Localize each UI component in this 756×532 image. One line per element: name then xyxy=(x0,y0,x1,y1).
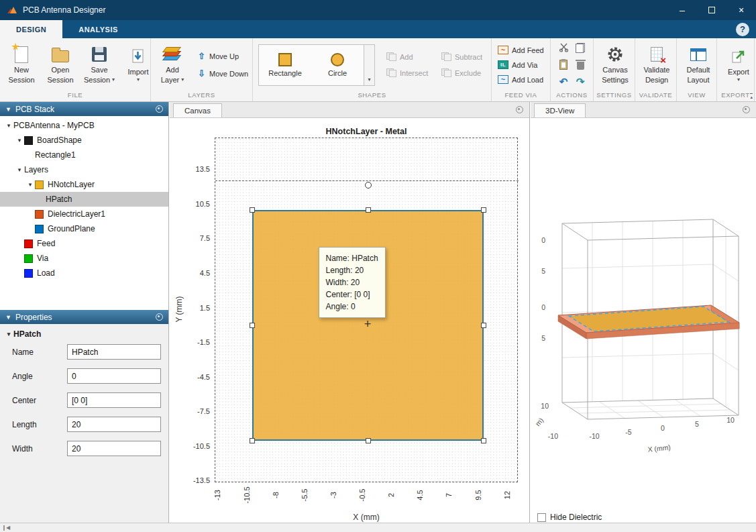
group-expander-icon[interactable]: ▾ xyxy=(4,331,13,337)
selection-handle[interactable] xyxy=(250,323,255,328)
document-pin-icon[interactable] xyxy=(743,106,750,113)
tree-item-label: PCBAntenna - MyPCB xyxy=(13,121,95,130)
property-row-center: Center xyxy=(0,392,168,408)
property-input-length[interactable] xyxy=(67,417,161,432)
selection-handle[interactable] xyxy=(481,323,486,328)
property-input-name[interactable] xyxy=(67,344,161,360)
chevron-down-icon: ▾ xyxy=(368,77,370,83)
tree-item-via[interactable]: Via xyxy=(0,251,168,266)
tree-item-hpatch[interactable]: HPatch xyxy=(0,192,168,207)
cut-button[interactable] xyxy=(559,42,569,54)
ribbon-section-shapes: Rectangle Circle ▾ Add xyxy=(253,38,492,101)
open-session-label-2: Session xyxy=(47,76,73,85)
tree-expander-icon[interactable]: ▾ xyxy=(4,122,13,129)
document-pin-icon[interactable] xyxy=(516,106,523,113)
tree-expander-icon[interactable]: ▾ xyxy=(25,181,35,188)
property-group-row[interactable]: ▾ HPatch xyxy=(0,324,168,344)
selection-handle[interactable] xyxy=(250,438,255,443)
feed-marker[interactable] xyxy=(365,182,372,189)
selection-handle[interactable] xyxy=(366,438,371,443)
load-wave-icon: ~ xyxy=(498,75,508,84)
y-tick-label: 4.5 xyxy=(186,269,210,277)
close-button[interactable]: × xyxy=(726,0,756,20)
boolean-subtract-button[interactable]: Subtract xyxy=(439,52,494,62)
tree-expander-icon[interactable]: ▾ xyxy=(15,166,24,173)
save-session-button[interactable]: Save Session▾ xyxy=(82,44,117,85)
tree-item-dielectriclayer1[interactable]: DielectricLayer1 xyxy=(0,207,168,221)
paste-button[interactable] xyxy=(559,60,568,70)
panel-pin-icon[interactable] xyxy=(156,105,163,113)
tab-canvas[interactable]: Canvas xyxy=(173,103,222,117)
default-layout-button[interactable]: Default Layout xyxy=(681,44,716,85)
rectangle-label: Rectangle xyxy=(268,69,302,77)
pcb-stack-header[interactable]: ▼ PCB Stack xyxy=(0,102,168,116)
property-input-angle[interactable] xyxy=(67,368,161,384)
properties-header[interactable]: ▼ Properties xyxy=(0,310,168,324)
new-session-button[interactable]: New Session xyxy=(4,44,39,85)
canvas-plot-area: HNotchLayer - Metal X (mm) Y (mm) -13-10… xyxy=(170,118,529,523)
validate-design-button[interactable]: Validate Design xyxy=(639,44,674,85)
export-button[interactable]: Export ▾ xyxy=(721,46,756,84)
tree-item-boardshape[interactable]: ▾BoardShape xyxy=(0,133,168,148)
open-session-button[interactable]: Open Session xyxy=(43,44,78,85)
panel-pin-icon[interactable] xyxy=(156,313,163,321)
ribbon-section-view: Default Layout VIEW xyxy=(677,38,717,101)
move-up-button[interactable]: ⇧ Move Up xyxy=(195,50,241,62)
add-layer-button[interactable]: Add Layer▾ xyxy=(155,44,190,85)
x-tick-label: -10.5 xyxy=(243,485,251,505)
selection-handle[interactable] xyxy=(481,207,486,213)
tree-item-groundplane[interactable]: GroundPlane xyxy=(0,221,168,236)
tree-expander-icon[interactable]: ▾ xyxy=(15,137,24,144)
circle-shape-button[interactable]: Circle xyxy=(311,45,364,85)
shapes-gallery-dropdown[interactable]: ▾ xyxy=(364,45,374,85)
collapse-ribbon-icon[interactable]: ▴ xyxy=(750,93,753,99)
add-via-button[interactable]: IL Add Via xyxy=(496,60,539,70)
tab-3d-view[interactable]: 3D-View xyxy=(534,103,586,117)
tree-item-hnotchlayer[interactable]: ▾HNotchLayer xyxy=(0,177,168,192)
add-feed-button[interactable]: ~ Add Feed xyxy=(496,45,546,55)
y-tick-label: 7.5 xyxy=(186,234,210,242)
tab-analysis[interactable]: ANALYSIS xyxy=(62,20,134,38)
boolean-exclude-button[interactable]: Exclude xyxy=(439,68,494,78)
add-via-label: Add Via xyxy=(512,61,537,69)
import-icon xyxy=(130,47,146,66)
boolean-subtract-icon xyxy=(441,52,451,61)
property-input-center[interactable] xyxy=(67,392,161,408)
selection-handle[interactable] xyxy=(366,207,371,213)
board-outline-dashed-line xyxy=(215,180,519,181)
add-load-button[interactable]: ~ Add Load xyxy=(496,74,545,85)
tree-item-load[interactable]: Load xyxy=(0,266,168,280)
import-label: Import xyxy=(127,68,148,76)
section-label-export: EXPORT xyxy=(717,91,754,101)
tree-item-feed[interactable]: Feed xyxy=(0,236,168,251)
property-label-width: Width xyxy=(12,444,67,454)
open-session-label-1: Open xyxy=(52,66,70,74)
undo-button[interactable]: ↶ xyxy=(559,76,568,87)
tree-item-pcbantenna-mypcb[interactable]: ▾PCBAntenna - MyPCB xyxy=(0,118,168,133)
minimize-button[interactable]: – xyxy=(667,0,697,20)
view3d-plot-area[interactable]: 0 5 0 5 10 -10 m) -10 -5 0 5 10 X (mm) H xyxy=(531,118,756,523)
gear-icon xyxy=(606,45,624,64)
help-button[interactable]: ? xyxy=(736,23,749,36)
boolean-intersect-button[interactable]: Intersect xyxy=(384,68,439,78)
boolean-add-button[interactable]: Add xyxy=(384,52,439,62)
tree-item-rectangle1[interactable]: Rectangle1 xyxy=(0,148,168,162)
hide-dielectric-checkbox[interactable] xyxy=(537,513,546,522)
tree-item-layers[interactable]: ▾Layers xyxy=(0,162,168,177)
collapse-left-panel-icon[interactable]: ◀ xyxy=(3,525,10,531)
new-session-icon xyxy=(15,45,28,64)
selection-handle[interactable] xyxy=(481,438,486,443)
boardshape-color-icon xyxy=(24,136,33,145)
property-input-width[interactable] xyxy=(67,441,161,456)
scissors-icon xyxy=(559,42,569,52)
redo-button[interactable]: ↷ xyxy=(576,76,585,87)
tab-design[interactable]: DESIGN xyxy=(0,20,62,38)
rectangle-shape-button[interactable]: Rectangle xyxy=(259,45,311,85)
delete-button[interactable] xyxy=(577,62,584,70)
selection-handle[interactable] xyxy=(250,207,255,213)
move-down-button[interactable]: ⇩ Move Down xyxy=(195,68,250,79)
canvas-settings-button[interactable]: Canvas Settings xyxy=(598,44,633,85)
copy-button[interactable] xyxy=(576,43,585,53)
canvas-plot-box[interactable]: X (mm) Y (mm) -13-10.5-8-5.5-3-0.524.579… xyxy=(215,138,518,482)
maximize-button[interactable] xyxy=(697,0,726,20)
